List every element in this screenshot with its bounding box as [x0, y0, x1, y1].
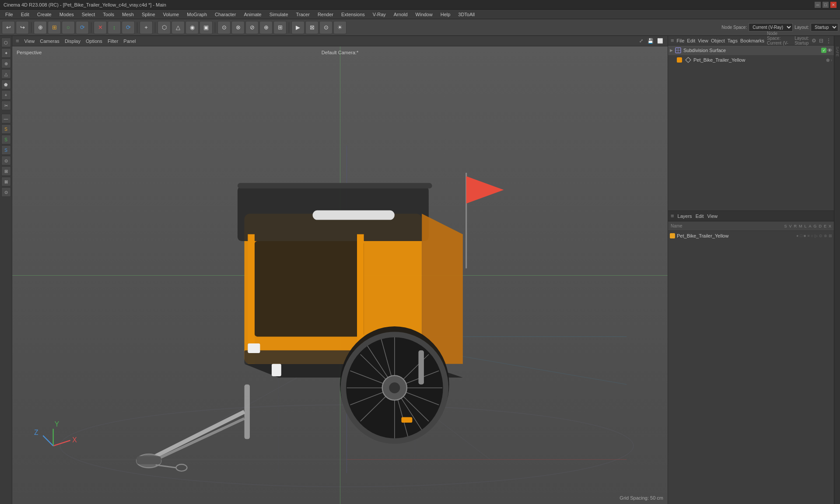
left-tool-line[interactable]: —	[1, 114, 11, 123]
sculpt1-button[interactable]: ⊙	[217, 21, 231, 34]
menu-mograph[interactable]: MoGraph	[183, 11, 210, 18]
axis-x-button[interactable]: ✕	[94, 21, 107, 34]
left-tool-grid2[interactable]: ⊠	[1, 177, 11, 186]
left-tool-s1[interactable]: S	[1, 124, 11, 134]
left-tool-np[interactable]: +	[1, 90, 11, 100]
vp-menu-display[interactable]: Display	[65, 38, 80, 44]
menu-create[interactable]: Create	[34, 11, 55, 18]
vp-menu-panel[interactable]: Panel	[123, 38, 136, 44]
sculpt3-button[interactable]: ⊘	[245, 21, 259, 34]
om-check-subdivision[interactable]: ✓	[821, 48, 826, 53]
menu-mesh[interactable]: Mesh	[119, 11, 137, 18]
tool2-button[interactable]: △	[172, 21, 185, 34]
vp-menu-view[interactable]: View	[24, 38, 35, 44]
redo-button[interactable]: ↪	[16, 21, 29, 34]
undo-button[interactable]: ↩	[2, 21, 15, 34]
left-tool-character[interactable]: ⬟	[1, 80, 11, 89]
viewport-menu-toggle[interactable]: ≡	[16, 38, 19, 44]
om-extra-trailer: ⬟	[826, 58, 830, 63]
om-menu-bookmarks[interactable]: Bookmarks	[740, 38, 764, 43]
menu-file[interactable]: File	[2, 11, 17, 18]
vp-icon-expand[interactable]: ⤢	[637, 37, 645, 45]
svg-line-50	[43, 436, 53, 446]
render3-button[interactable]: ⊙	[319, 21, 332, 34]
left-tool-sculpt[interactable]: ⊕	[1, 59, 11, 68]
left-tool-motion[interactable]: △	[1, 69, 11, 79]
om-menu-object[interactable]: Object	[711, 38, 725, 43]
left-tool-paint[interactable]: ✦	[1, 48, 11, 58]
sculpt2-button[interactable]: ⊗	[231, 21, 245, 34]
menu-edit[interactable]: Edit	[18, 11, 33, 18]
om-sort-icon[interactable]: ⋮	[826, 38, 831, 44]
viewport[interactable]: Perspective Default Camera:*	[12, 46, 668, 504]
tool1-button[interactable]: ⬡	[158, 21, 171, 34]
vp-menu-cameras[interactable]: Cameras	[40, 38, 60, 44]
om-menu-tags[interactable]: Tags	[728, 38, 738, 43]
close-button[interactable]: ✕	[830, 2, 836, 8]
menu-modes[interactable]: Modes	[56, 11, 77, 18]
left-tool-s2[interactable]: S	[1, 135, 11, 144]
grid-spacing-label: Grid Spacing: 50 cm	[620, 495, 663, 500]
layer-row-trailer[interactable]: Pet_Bike_Trailer_Yellow ● □ ■ ≡ ○ ▷ ⊙ ⊗ …	[668, 231, 834, 241]
axis-z-button[interactable]: ⟳	[122, 21, 135, 34]
layers-menu-edit[interactable]: Edit	[696, 214, 704, 219]
scale-button[interactable]: ○	[62, 21, 75, 34]
menu-character[interactable]: Character	[211, 11, 239, 18]
rotate-button[interactable]: ⟳	[76, 21, 89, 34]
om-menu-view[interactable]: View	[698, 38, 708, 43]
menu-tracer[interactable]: Tracer	[293, 11, 313, 18]
layers-menu-layers[interactable]: Layers	[678, 214, 692, 219]
menu-window[interactable]: Window	[412, 11, 436, 18]
maximize-button[interactable]: □	[822, 2, 829, 8]
layers-menu-view[interactable]: View	[707, 214, 718, 219]
om-arrow-trailer[interactable]: ›	[831, 58, 832, 63]
left-tool-brush[interactable]: ⊙	[1, 156, 11, 165]
left-sidebar: ⬡ ✦ ⊕ △ ⬟ + ✂ — S S S ⊙ ⊞ ⊠ ⊙	[0, 36, 12, 504]
menu-render[interactable]: Render	[314, 11, 337, 18]
om-menu-edit[interactable]: Edit	[687, 38, 695, 43]
node-space-select[interactable]: Current (V-Ray)	[749, 23, 793, 32]
left-tool-s3[interactable]: S	[1, 145, 11, 155]
svg-rect-36	[401, 417, 412, 423]
menu-volume[interactable]: Volume	[160, 11, 183, 18]
move-button[interactable]: ⊞	[48, 21, 61, 34]
om-vis-subdivision[interactable]: 👁	[827, 48, 832, 53]
layers-menu-toggle[interactable]: ≡	[671, 213, 674, 219]
menu-select[interactable]: Select	[78, 11, 99, 18]
vp-icon-maximize[interactable]: ⬜	[656, 37, 664, 45]
layout-select[interactable]: Startup	[811, 23, 838, 32]
tool3-button[interactable]: ◉	[186, 21, 199, 34]
vp-menu-filter[interactable]: Filter	[108, 38, 118, 44]
vp-icon-save[interactable]: 💾	[647, 37, 654, 45]
om-filter-icon[interactable]: ⊟	[819, 38, 823, 44]
menu-arnold[interactable]: Arnold	[390, 11, 411, 18]
live-select-button[interactable]: ⊕	[34, 21, 47, 34]
menu-3dtoall[interactable]: 3DToAll	[455, 11, 478, 18]
tool4-button[interactable]: ▣	[200, 21, 213, 34]
menu-vray[interactable]: V-Ray	[369, 11, 389, 18]
sculpt4-button[interactable]: ⊕	[259, 21, 273, 34]
menu-spline[interactable]: Spline	[138, 11, 159, 18]
menu-simulate[interactable]: Simulate	[266, 11, 292, 18]
minimize-button[interactable]: ─	[815, 2, 821, 8]
menu-tools[interactable]: Tools	[99, 11, 118, 18]
om-row-subdivision[interactable]: ▶ Subdivision Surface ✓ 👁	[668, 46, 834, 55]
left-tool-np2[interactable]: ✂	[1, 101, 11, 110]
render4-button[interactable]: ☀	[333, 21, 346, 34]
om-row-trailer[interactable]: Pet_Bike_Trailer_Yellow ⬟ ›	[668, 55, 834, 65]
menu-help[interactable]: Help	[437, 11, 454, 18]
render2-button[interactable]: ⊠	[305, 21, 318, 34]
left-tool-model[interactable]: ⬡	[1, 38, 11, 47]
add-button[interactable]: +	[140, 21, 153, 34]
menu-animate[interactable]: Animate	[240, 11, 265, 18]
om-menu-toggle[interactable]: ≡	[671, 37, 674, 44]
vp-menu-options[interactable]: Options	[86, 38, 102, 44]
sculpt5-button[interactable]: ⊞	[273, 21, 287, 34]
render1-button[interactable]: ▶	[291, 21, 304, 34]
om-menu-file[interactable]: File	[677, 38, 685, 43]
left-tool-circle[interactable]: ⊙	[1, 187, 11, 197]
menu-extensions[interactable]: Extensions	[338, 11, 368, 18]
left-tool-grid[interactable]: ⊞	[1, 166, 11, 176]
om-settings-icon[interactable]: ⚙	[812, 38, 816, 44]
axis-y-button[interactable]: ↕	[108, 21, 121, 34]
